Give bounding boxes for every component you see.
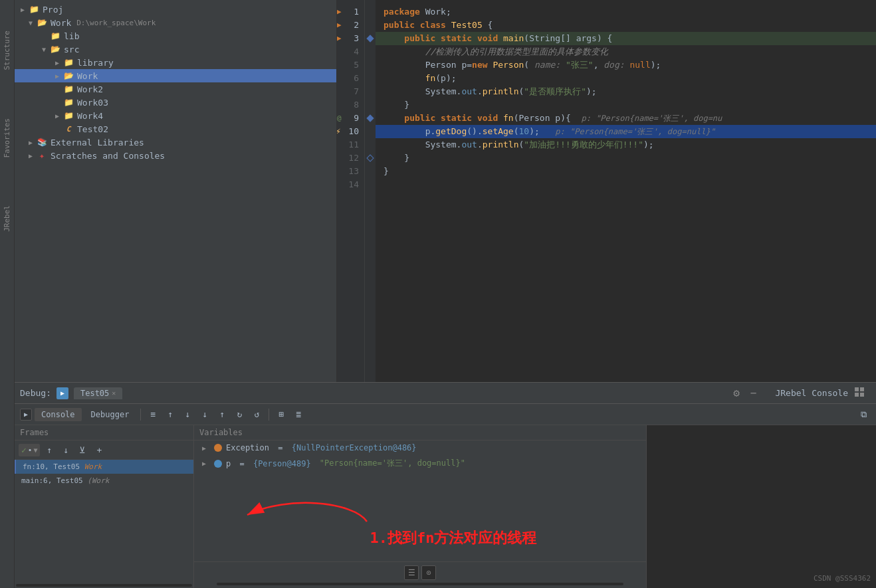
- tb-btn-up2[interactable]: ↑: [215, 407, 229, 422]
- frame-item-main6[interactable]: main:6, Test05 (Work: [15, 474, 193, 488]
- tree-item-ext-libs[interactable]: ▶ 📚 External Libraries: [15, 136, 336, 149]
- tree-label-Work2: Work2: [77, 84, 103, 94]
- debug-run-icon[interactable]: ▶: [56, 387, 68, 399]
- project-tree[interactable]: ▶ 📁 Proj ▼ 📂 Work D:\work_space\Work 📁 l…: [15, 0, 337, 382]
- debug-tab-close[interactable]: ✕: [112, 389, 116, 397]
- line-num-4: 4: [337, 45, 364, 58]
- console-icon-btn[interactable]: ▶: [20, 409, 32, 421]
- var-name-p: p: [226, 459, 231, 468]
- code-line-10: p.getDog().setAge(10); p: "Person{name='…: [376, 125, 876, 138]
- tree-item-Test02[interactable]: C Test02: [15, 122, 336, 136]
- tb-btn-refresh[interactable]: ↻: [232, 407, 247, 422]
- tree-item-work[interactable]: ▼ 📂 Work D:\work_space\Work: [15, 16, 336, 29]
- tree-arrow-Work03: [52, 99, 62, 106]
- var-val-p: {Person@489}: [253, 459, 316, 468]
- debug-tab-label: Test05: [80, 389, 109, 398]
- jrebel-console-label: JRebel Console: [775, 388, 848, 398]
- tb-btn-down[interactable]: ↓: [180, 407, 195, 422]
- tree-item-Work2[interactable]: 📁 Work2: [15, 82, 336, 96]
- tb-btn-layout[interactable]: ⧉: [856, 407, 871, 422]
- line-num-12: 12: [337, 151, 364, 165]
- code-container[interactable]: ▶ 1 ▶ 2 ▶ 3 4 5 6 7 8: [337, 0, 876, 382]
- annotation-area: 1.找到fn方法对应的线程: [194, 502, 646, 561]
- frames-hscroll[interactable]: [16, 584, 192, 587]
- frames-list[interactable]: fn:10, Test05 Work main:6, Test05 (Work: [15, 460, 193, 583]
- jrebel-icon[interactable]: [853, 386, 865, 400]
- frame-item-fn10[interactable]: fn:10, Test05 Work: [15, 460, 193, 474]
- gutter-9: [365, 112, 376, 125]
- line-num-2: ▶ 2: [337, 19, 364, 32]
- tree-item-Work4[interactable]: ▶ 📁 Work4: [15, 109, 336, 122]
- var-expand-exception[interactable]: ▶: [202, 444, 210, 452]
- sidebar-jrebel-label[interactable]: JRebel: [3, 201, 11, 236]
- check-icon: ✓: [21, 445, 27, 455]
- svg-rect-1: [860, 387, 864, 391]
- tree-label-scratches: Scratches and Consoles: [51, 151, 165, 161]
- minus-icon[interactable]: −: [750, 387, 757, 399]
- svg-rect-0: [855, 387, 859, 391]
- var-icon-exception: [214, 444, 222, 452]
- tab-console[interactable]: Console: [35, 408, 82, 421]
- frames-up-btn[interactable]: ↑: [42, 442, 56, 457]
- line-num-1: ▶ 1: [337, 5, 364, 19]
- line-num-6: 6: [337, 72, 364, 85]
- bottom-icon-2[interactable]: ⊙: [421, 565, 436, 580]
- bottom-icon-1[interactable]: ☰: [404, 565, 419, 580]
- tree-arrow-library: ▶: [52, 59, 62, 66]
- variables-bottom: ☰ ⊙: [194, 561, 646, 588]
- code-line-2: public class Test05 {: [376, 19, 876, 32]
- line-num-7: 7: [337, 85, 364, 98]
- tree-item-Work-pkg[interactable]: ▶ 📂 Work: [15, 69, 336, 82]
- frames-filter-btn[interactable]: ✓ • ▼: [19, 444, 40, 456]
- gutter-diamond-3: [366, 35, 374, 42]
- tree-item-lib[interactable]: 📁 lib: [15, 29, 336, 43]
- debug-content: Frames ✓ • ▼ ↑ ↓ ⊻ +: [15, 425, 876, 588]
- debug-tab-test05[interactable]: Test05 ✕: [74, 387, 122, 399]
- tree-arrow-Work4: ▶: [52, 112, 62, 120]
- var-icon-p: [214, 460, 222, 468]
- var-eq-exception: =: [273, 443, 288, 452]
- tb-btn-list[interactable]: ≣: [291, 407, 306, 422]
- tb-btn-down2[interactable]: ↓: [197, 407, 212, 422]
- var-item-exception[interactable]: ▶ Exception = {NullPointerException@486}: [194, 441, 646, 455]
- line-num-11: 11: [337, 138, 364, 151]
- gear-icon[interactable]: ⚙: [733, 387, 740, 399]
- tree-item-Work03[interactable]: 📁 Work03: [15, 96, 336, 109]
- tb-btn-up[interactable]: ↑: [163, 407, 177, 422]
- tb-btn-refresh2[interactable]: ↺: [249, 407, 264, 422]
- sidebar-structure-label[interactable]: Structure: [3, 27, 11, 74]
- frames-down-btn[interactable]: ↓: [58, 442, 73, 457]
- editor-area: ▶ 1 ▶ 2 ▶ 3 4 5 6 7 8: [337, 0, 876, 382]
- tree-item-src[interactable]: ▼ 📂 src: [15, 43, 336, 56]
- var-item-p[interactable]: ▶ p = {Person@489} "Person{name='张三', do…: [194, 455, 646, 472]
- var-expand-p[interactable]: ▶: [202, 460, 210, 467]
- tb-btn-lines[interactable]: ≡: [146, 407, 160, 422]
- line-num-9: @ 9: [337, 112, 364, 125]
- tree-item-scratches[interactable]: ▶ ✦ Scratches and Consoles: [15, 149, 336, 162]
- frames-add-btn[interactable]: +: [92, 442, 106, 457]
- code-line-7: System.out.println("是否顺序执行");: [376, 85, 876, 98]
- gutter-10: [365, 125, 376, 138]
- tree-item-proj[interactable]: ▶ 📁 Proj: [15, 3, 336, 16]
- tree-item-library[interactable]: ▶ 📁 library: [15, 56, 336, 69]
- tree-label-Work4: Work4: [77, 111, 103, 121]
- kw-class: class: [420, 19, 446, 32]
- tree-arrow-src: ▼: [39, 46, 49, 53]
- tb-btn-grid[interactable]: ⊞: [274, 407, 288, 422]
- gutter-diamond-12: [366, 154, 374, 161]
- tab-debugger[interactable]: Debugger: [84, 408, 136, 421]
- marker-arrow-3: ▶: [337, 32, 342, 45]
- kw-public-2: public: [383, 19, 415, 32]
- svg-rect-3: [860, 393, 864, 397]
- tree-label-lib: lib: [64, 31, 79, 41]
- dropdown-arrow-icon: ▼: [33, 446, 37, 454]
- variables-hscroll[interactable]: [217, 583, 623, 585]
- sidebar-favorites-label[interactable]: Favorites: [3, 114, 11, 162]
- code-line-5: Person p=new Person( name: "张三", dog: nu…: [376, 58, 876, 72]
- tree-arrow: ▶: [17, 6, 28, 13]
- var-val-exception: {NullPointerException@486}: [292, 443, 417, 452]
- code-editor[interactable]: package Work; public class Test05 { publ…: [376, 0, 876, 382]
- debug-toolbar: ▶ Console Debugger ≡ ↑ ↓ ↓ ↑ ↻ ↺ ⊞ ≣ ⧉: [15, 404, 876, 425]
- class-name: Test05: [451, 19, 483, 32]
- frames-filter-icon-btn[interactable]: ⊻: [75, 442, 90, 457]
